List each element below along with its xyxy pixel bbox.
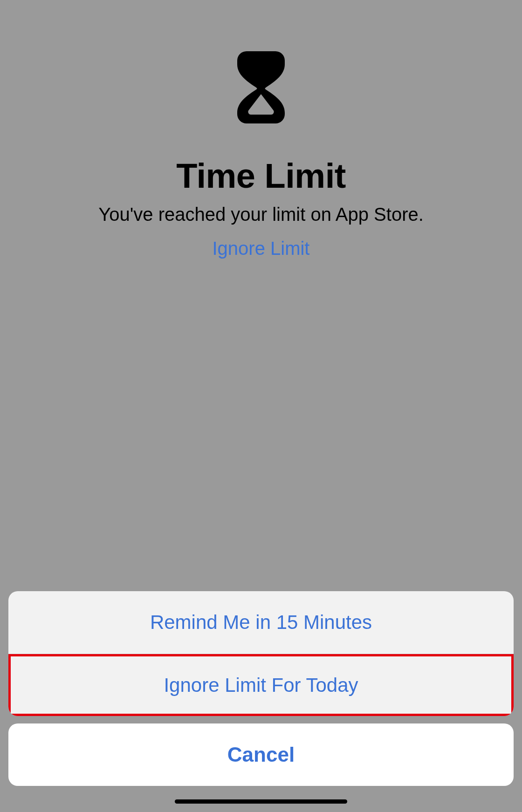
option-label: Remind Me in 15 Minutes	[150, 611, 372, 634]
page-title: Time Limit	[176, 156, 346, 196]
time-limit-content: Time Limit You've reached your limit on …	[0, 0, 522, 259]
hourglass-icon	[235, 51, 287, 123]
ignore-limit-link[interactable]: Ignore Limit	[213, 238, 310, 259]
action-sheet-options: Remind Me in 15 Minutes Ignore Limit For…	[8, 591, 514, 716]
action-sheet: Remind Me in 15 Minutes Ignore Limit For…	[8, 591, 514, 786]
cancel-label: Cancel	[227, 743, 295, 766]
limit-message: You've reached your limit on App Store.	[98, 204, 424, 225]
ignore-limit-today-button[interactable]: Ignore Limit For Today	[8, 654, 514, 716]
remind-15-minutes-button[interactable]: Remind Me in 15 Minutes	[8, 591, 514, 654]
cancel-button[interactable]: Cancel	[8, 723, 514, 786]
home-indicator	[175, 799, 347, 804]
option-label: Ignore Limit For Today	[164, 674, 358, 696]
